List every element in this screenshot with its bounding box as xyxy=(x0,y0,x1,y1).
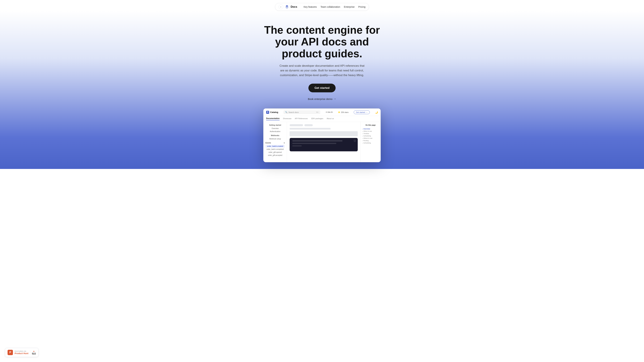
mockup-tab-documentation[interactable]: Documentation xyxy=(266,117,280,120)
nav-link-team-collaboration[interactable]: Team collaboration xyxy=(320,5,340,8)
mockup-right-item-overview[interactable]: Overview xyxy=(362,128,379,130)
mockup-tabs: Documentation Showcase API References SD… xyxy=(264,116,380,122)
mockup-sidebar-item-order-batch-created[interactable]: order_batch.created xyxy=(266,145,285,148)
mockup-content-breadcrumb xyxy=(290,124,358,126)
nav-links: Key features Team collaboration Enterpri… xyxy=(304,5,366,8)
mockup-navbar: Catalog 🔍 Search docs ⌘K ✦ Ask AI ⭐ 256 … xyxy=(264,109,380,116)
nav-link-enterprise[interactable]: Enterprise xyxy=(344,5,354,8)
mockup-get-started-button[interactable]: Get started → xyxy=(354,110,370,114)
navbar-wrapper: ← Docs Key features Team collaboration E… xyxy=(0,0,644,11)
mockup-right-item-scheduling-2[interactable]: Scheduling xyxy=(362,142,379,144)
mockup-content-pill-2 xyxy=(304,124,313,126)
product-hunt-count: 522 xyxy=(32,352,36,355)
mockup-main-content: Getting started Overview Authentication … xyxy=(264,122,380,162)
mockup-search-bar[interactable]: 🔍 Search docs ⌘K xyxy=(284,110,320,114)
hero-subtitle: Create and scale developer documentation… xyxy=(278,63,366,78)
mockup-sidebar-section-events: Events ∨ xyxy=(266,142,285,144)
svg-rect-0 xyxy=(354,140,355,141)
mockup-tab-api-references[interactable]: API References xyxy=(295,117,308,120)
mockup-sidebar-item-order-gift-opened[interactable]: order_gift.opened xyxy=(266,151,285,154)
nav-logo-icon xyxy=(285,5,289,9)
mockup-tab-sdk-packages[interactable]: SDK packages xyxy=(311,117,323,120)
mockup-sidebar-item-order-batch-completed[interactable]: order_batch.completed xyxy=(266,148,285,151)
product-hunt-name: Product Hunt xyxy=(14,352,28,355)
mockup-sidebar-item-overview[interactable]: Overview xyxy=(266,127,285,130)
mockup-right-panel: On this page Overview When to use Timeli… xyxy=(360,122,380,162)
mockup-right-item-routing[interactable]: Routing xyxy=(362,139,379,142)
mockup-search-icon: 🔍 xyxy=(285,111,288,113)
mockup-sidebar-item-webhook-setup[interactable]: Webhook setup xyxy=(266,137,285,140)
mockup-sidebar-item-order-gift-accepted[interactable]: order_gift.accepted xyxy=(266,154,285,157)
mockup-code-line-2 xyxy=(292,143,336,144)
mockup-code-block xyxy=(290,138,358,151)
mockup-ai-button[interactable]: ✦ Ask AI xyxy=(326,111,333,113)
nav-left: ← Docs xyxy=(278,4,297,9)
mockup-right-item-timeline[interactable]: Timeline xyxy=(362,132,379,135)
mockup-content-pill-1 xyxy=(290,124,303,126)
mockup-sidebar: Getting started Overview Authentication … xyxy=(264,122,287,162)
mockup-right-item-scheduling-1[interactable]: Scheduling xyxy=(362,135,379,137)
mockup-search-shortcut: ⌘K xyxy=(316,111,319,113)
mockup-code-line-3 xyxy=(292,145,302,146)
arrow-right-icon: → xyxy=(334,97,336,100)
mockup-code-line-1 xyxy=(292,140,342,141)
hero-section: The content engine for your API docs and… xyxy=(0,11,644,169)
product-hunt-featured-label: FEATURED ON xyxy=(14,351,28,352)
mockup-dark-mode-toggle[interactable]: 🌙 xyxy=(375,111,378,114)
mockup-sidebar-section-getting-started: Getting started xyxy=(266,124,285,126)
mockup-right-item-where-to-use[interactable]: Where to use xyxy=(362,137,379,139)
product-hunt-upvote-icon: ▲ xyxy=(33,350,35,352)
mockup-tab-about-us[interactable]: About us xyxy=(327,117,334,120)
mockup-code-copy-icon[interactable] xyxy=(354,140,356,142)
browser-mockup-wrapper: Catalog 🔍 Search docs ⌘K ✦ Ask AI ⭐ 256 … xyxy=(3,108,641,162)
nav-link-pricing[interactable]: Pricing xyxy=(358,5,366,8)
product-hunt-count-wrapper: ▲ 522 xyxy=(30,350,36,355)
mockup-tab-showcase[interactable]: Showcase xyxy=(283,117,292,120)
mockup-brand-label: Catalog xyxy=(270,111,278,113)
nav-back-button[interactable]: ← xyxy=(278,4,283,9)
mockup-right-item-when-to-use[interactable]: When to use xyxy=(362,130,379,132)
navbar: ← Docs Key features Team collaboration E… xyxy=(275,3,369,11)
get-started-button[interactable]: Get started xyxy=(308,84,336,92)
mockup-content-bar-body xyxy=(290,131,358,136)
browser-mockup: Catalog 🔍 Search docs ⌘K ✦ Ask AI ⭐ 256 … xyxy=(263,108,381,162)
mockup-content-bar-title xyxy=(290,128,330,130)
book-demo-link[interactable]: Book enterprise demo → xyxy=(308,97,336,100)
product-hunt-logo: P xyxy=(8,350,13,355)
mockup-sidebar-section-webhooks: Webhooks xyxy=(266,135,285,136)
hero-title: The content engine for your API docs and… xyxy=(263,24,381,59)
nav-link-key-features[interactable]: Key features xyxy=(304,5,317,8)
mockup-brand: Catalog xyxy=(266,111,278,114)
product-hunt-badge[interactable]: P FEATURED ON Product Hunt ▲ 522 xyxy=(5,348,38,357)
mockup-brand-icon xyxy=(266,111,269,114)
product-hunt-text: FEATURED ON Product Hunt xyxy=(14,351,28,355)
svg-rect-1 xyxy=(354,140,356,142)
mockup-search-placeholder: Search docs xyxy=(288,111,299,113)
mockup-sidebar-item-authentication[interactable]: Authentication xyxy=(266,130,285,133)
mockup-stars: ⭐ 256 stars xyxy=(338,111,348,113)
nav-brand-label: Docs xyxy=(291,5,297,8)
mockup-content-area xyxy=(287,122,360,162)
mockup-right-panel-title: On this page xyxy=(362,124,379,126)
